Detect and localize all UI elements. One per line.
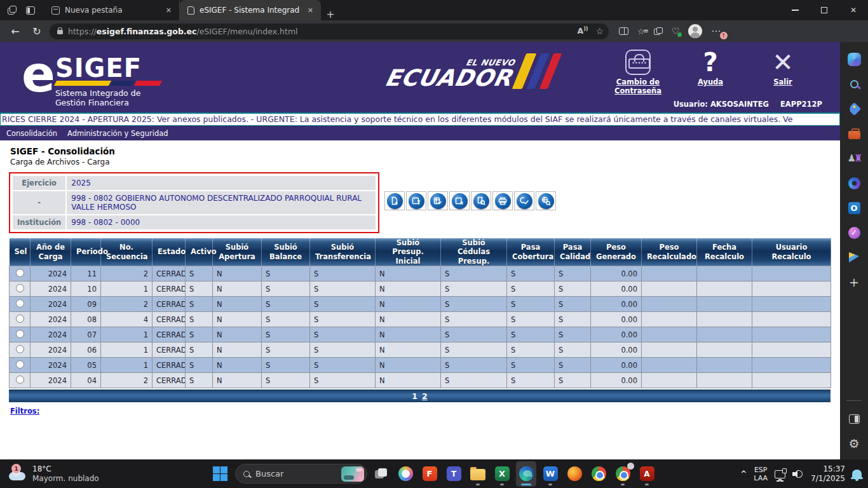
change-password-link[interactable]: Cambio de Contraseña xyxy=(611,47,665,95)
table-cell xyxy=(697,266,752,281)
address-bar[interactable]: https://esigef.finanzas.gob.ec/eSIGEF/me… xyxy=(50,24,609,39)
approve-button[interactable] xyxy=(514,191,534,210)
page-2-link[interactable]: 2 xyxy=(422,391,428,401)
clock[interactable]: 15:37 7/1/2025 xyxy=(811,464,845,484)
table-cell: 0.00 xyxy=(591,358,642,373)
edge-icon[interactable] xyxy=(516,461,536,487)
column-header: Subió Balance xyxy=(262,238,310,266)
row-select-radio[interactable] xyxy=(16,269,24,277)
content-area: SIGEF - Consolidación Carga de Archivos … xyxy=(0,140,840,459)
save-upload-button[interactable] xyxy=(406,191,426,210)
collections-icon[interactable] xyxy=(654,27,663,35)
window-close-button[interactable]: ✕ xyxy=(839,0,868,20)
volume-icon[interactable] xyxy=(792,469,804,479)
window-maximize-button[interactable] xyxy=(810,0,839,20)
read-aloud-icon[interactable]: A)) xyxy=(577,26,588,36)
back-button[interactable]: ← xyxy=(6,22,24,40)
language-indicator[interactable]: ESP LAA xyxy=(754,466,768,482)
tray-chevron-icon[interactable]: ^ xyxy=(740,470,747,478)
foxit-pdf-icon[interactable]: F xyxy=(419,461,440,487)
favorite-star-icon[interactable]: ☆ xyxy=(595,26,604,36)
menu-administracion[interactable]: Administración y Seguridad xyxy=(67,129,168,138)
start-button[interactable] xyxy=(211,461,231,487)
form-label: - xyxy=(13,191,65,214)
side-panel-icon[interactable] xyxy=(847,412,861,426)
chrome-icon[interactable] xyxy=(588,461,609,487)
taskbar-search[interactable]: Buscar xyxy=(235,464,367,484)
announcement-marquee: RICES CIERRE 2024 - APERTURA 2025: Ver a… xyxy=(0,113,840,126)
table-cell: 1 xyxy=(101,342,153,358)
row-select-radio[interactable] xyxy=(16,360,24,369)
browser-essentials-icon[interactable]: ♡ xyxy=(672,26,680,36)
page-current[interactable]: 1 xyxy=(412,391,417,401)
tab-esigef[interactable]: eSIGEF - Sistema Integrado de G ✕ xyxy=(180,0,321,20)
tab-close-icon[interactable]: ✕ xyxy=(305,5,316,16)
table-cell: 2 xyxy=(101,373,153,388)
table-cell: S xyxy=(507,312,555,327)
acrobat-icon[interactable]: A xyxy=(637,461,657,487)
split-screen-icon[interactable] xyxy=(619,27,628,35)
file-explorer-icon[interactable] xyxy=(468,461,488,487)
teams-icon[interactable]: T xyxy=(444,461,464,487)
add-plus-icon[interactable]: + xyxy=(847,275,861,289)
search-icon[interactable] xyxy=(847,77,861,91)
weather-widget[interactable]: 1 18°C Mayorm. nublado xyxy=(8,464,99,484)
sidebar-divider xyxy=(846,400,862,401)
table-cell xyxy=(752,373,831,388)
table-cell: 2024 xyxy=(31,373,71,388)
tools-toolbox-icon[interactable] xyxy=(847,126,861,140)
notification-bell-icon[interactable] xyxy=(852,470,862,478)
firefox-icon[interactable] xyxy=(564,461,585,487)
filters-link[interactable]: Filtros: xyxy=(10,407,39,416)
help-link[interactable]: ? Ayuda xyxy=(684,47,737,95)
row-select-radio[interactable] xyxy=(16,299,24,308)
action-toolbar xyxy=(384,191,556,211)
lock-icon xyxy=(57,30,63,34)
games-chess-icon[interactable]: ♟♜ xyxy=(847,151,861,165)
preview-button[interactable] xyxy=(471,191,491,210)
row-select-radio[interactable] xyxy=(16,284,24,292)
cargas-table: SelAño de CargaPeriodoNo. SecuenciaEstad… xyxy=(9,238,831,388)
table-cell: CERRADO xyxy=(153,297,186,312)
excel-icon[interactable]: X xyxy=(492,461,512,487)
tab-nueva-pestana[interactable]: Nueva pestaña ✕ xyxy=(44,0,180,20)
menu-consolidacion[interactable]: Consolidación xyxy=(6,129,57,138)
word-icon[interactable]: W xyxy=(540,461,560,487)
settings-gear-icon[interactable]: ⚙ xyxy=(847,437,861,451)
workspaces-icon[interactable] xyxy=(8,6,17,15)
refresh-button[interactable]: ↻ xyxy=(28,22,46,40)
table-cell: 0.00 xyxy=(591,312,642,327)
copilot-icon[interactable] xyxy=(847,52,861,66)
profile-avatar[interactable] xyxy=(688,24,702,38)
tab-close-icon[interactable]: ✕ xyxy=(163,5,174,16)
window-minimize-button[interactable] xyxy=(780,0,810,20)
invalidate-button[interactable] xyxy=(449,191,470,210)
table-cell: S xyxy=(441,373,507,388)
global-search-button[interactable] xyxy=(536,191,556,210)
tab-actions-icon[interactable] xyxy=(26,6,35,15)
save-upload-icon xyxy=(409,193,424,209)
shopping-tag-icon[interactable] xyxy=(847,102,861,116)
m365-icon[interactable] xyxy=(847,176,861,190)
new-tab-button[interactable]: + xyxy=(321,8,340,20)
drop-plane-icon[interactable] xyxy=(847,250,861,264)
column-header: Peso Recalculado xyxy=(642,238,697,266)
copilot-icon[interactable] xyxy=(395,461,416,487)
task-view-icon[interactable] xyxy=(371,461,391,487)
column-header: Subió Apertura xyxy=(213,238,262,266)
row-select-radio[interactable] xyxy=(16,315,24,323)
new-file-button[interactable] xyxy=(384,191,405,210)
favorites-icon[interactable]: ☆ xyxy=(637,27,645,36)
network-display-icon[interactable] xyxy=(775,470,785,478)
outlook-icon[interactable]: O xyxy=(847,201,861,215)
row-select-radio[interactable] xyxy=(16,345,24,353)
row-select-radio[interactable] xyxy=(16,376,24,384)
designer-icon[interactable]: ✓ xyxy=(847,226,861,240)
print-button[interactable] xyxy=(492,191,513,210)
chrome-profile-icon[interactable] xyxy=(613,461,633,487)
validate-button[interactable] xyxy=(428,191,448,210)
table-cell: 2024 xyxy=(31,297,71,312)
logout-link[interactable]: ✕ Salir xyxy=(756,47,810,95)
row-select-radio[interactable] xyxy=(16,330,24,338)
settings-more-icon[interactable]: ⋯↑ xyxy=(711,25,725,37)
